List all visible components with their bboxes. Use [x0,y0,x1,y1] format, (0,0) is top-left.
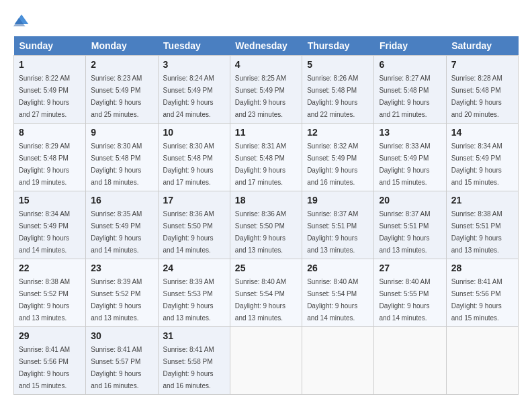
calendar-day-12: 12 Sunrise: 8:32 AM Sunset: 5:49 PM Dayl… [302,124,374,191]
calendar-week-row-1: 1 Sunrise: 8:22 AM Sunset: 5:49 PM Dayli… [14,56,519,124]
calendar-day-11: 11 Sunrise: 8:31 AM Sunset: 5:48 PM Dayl… [230,124,302,191]
day-number: 25 [235,263,297,273]
day-number: 16 [91,195,152,205]
day-info: Sunrise: 8:41 AM Sunset: 5:57 PM Dayligh… [91,346,142,390]
day-info: Sunrise: 8:40 AM Sunset: 5:54 PM Dayligh… [307,278,358,322]
calendar-day-16: 16 Sunrise: 8:35 AM Sunset: 5:49 PM Dayl… [86,191,158,259]
day-info: Sunrise: 8:32 AM Sunset: 5:49 PM Dayligh… [307,142,358,186]
day-info: Sunrise: 8:35 AM Sunset: 5:49 PM Dayligh… [91,210,142,254]
day-number: 10 [163,127,225,138]
calendar-day-14: 14 Sunrise: 8:34 AM Sunset: 5:49 PM Dayl… [446,124,518,191]
day-info: Sunrise: 8:22 AM Sunset: 5:49 PM Dayligh… [19,75,70,118]
calendar-day-20: 20 Sunrise: 8:37 AM Sunset: 5:51 PM Dayl… [374,191,446,259]
day-info: Sunrise: 8:30 AM Sunset: 5:48 PM Dayligh… [91,142,142,186]
day-number: 4 [235,59,297,70]
day-number: 31 [163,330,225,341]
day-number: 28 [451,263,513,273]
calendar-day-18: 18 Sunrise: 8:36 AM Sunset: 5:50 PM Dayl… [230,191,302,259]
day-info: Sunrise: 8:41 AM Sunset: 5:56 PM Dayligh… [19,346,70,390]
day-info: Sunrise: 8:39 AM Sunset: 5:52 PM Dayligh… [91,278,142,322]
calendar-day-3: 3 Sunrise: 8:24 AM Sunset: 5:49 PM Dayli… [158,56,230,124]
logo-icon [13,13,30,30]
day-number: 2 [91,59,152,70]
day-number: 3 [163,59,225,70]
day-info: Sunrise: 8:28 AM Sunset: 5:48 PM Dayligh… [451,75,502,118]
day-number: 6 [379,59,441,70]
calendar-day-9: 9 Sunrise: 8:30 AM Sunset: 5:48 PM Dayli… [86,124,158,191]
day-info: Sunrise: 8:36 AM Sunset: 5:50 PM Dayligh… [163,210,214,254]
day-number: 8 [19,127,81,138]
day-info: Sunrise: 8:24 AM Sunset: 5:49 PM Dayligh… [163,75,214,118]
day-info: Sunrise: 8:31 AM Sunset: 5:48 PM Dayligh… [235,142,286,186]
day-number: 26 [307,263,369,273]
day-number: 15 [19,195,81,205]
calendar-day-7: 7 Sunrise: 8:28 AM Sunset: 5:48 PM Dayli… [446,56,518,124]
calendar-day-21: 21 Sunrise: 8:38 AM Sunset: 5:51 PM Dayl… [446,191,518,259]
calendar-day-19: 19 Sunrise: 8:37 AM Sunset: 5:51 PM Dayl… [302,191,374,259]
calendar-week-row-2: 8 Sunrise: 8:29 AM Sunset: 5:48 PM Dayli… [14,124,519,191]
day-number: 11 [235,127,297,138]
day-info: Sunrise: 8:38 AM Sunset: 5:51 PM Dayligh… [451,210,502,254]
calendar-header-saturday: Saturday [446,36,518,56]
day-info: Sunrise: 8:34 AM Sunset: 5:49 PM Dayligh… [451,142,502,186]
day-number: 13 [379,127,441,138]
day-info: Sunrise: 8:34 AM Sunset: 5:49 PM Dayligh… [19,210,70,254]
calendar-day-13: 13 Sunrise: 8:33 AM Sunset: 5:49 PM Dayl… [374,124,446,191]
calendar-day-10: 10 Sunrise: 8:30 AM Sunset: 5:48 PM Dayl… [158,124,230,191]
day-info: Sunrise: 8:40 AM Sunset: 5:55 PM Dayligh… [379,278,430,322]
calendar-day-24: 24 Sunrise: 8:39 AM Sunset: 5:53 PM Dayl… [158,259,230,327]
day-number: 1 [19,59,81,70]
day-number: 21 [451,195,513,205]
day-number: 22 [19,263,81,273]
calendar-header-monday: Monday [86,36,158,56]
day-number: 23 [91,263,152,273]
day-info: Sunrise: 8:23 AM Sunset: 5:49 PM Dayligh… [91,75,142,118]
day-number: 9 [91,127,152,138]
calendar-day-31: 31 Sunrise: 8:41 AM Sunset: 5:58 PM Dayl… [158,327,230,395]
calendar-week-row-4: 22 Sunrise: 8:38 AM Sunset: 5:52 PM Dayl… [14,259,519,327]
day-number: 30 [91,330,152,341]
calendar-day-17: 17 Sunrise: 8:36 AM Sunset: 5:50 PM Dayl… [158,191,230,259]
day-number: 18 [235,195,297,205]
calendar-day-22: 22 Sunrise: 8:38 AM Sunset: 5:52 PM Dayl… [14,259,86,327]
day-number: 20 [379,195,441,205]
day-info: Sunrise: 8:41 AM Sunset: 5:56 PM Dayligh… [451,278,502,322]
calendar-header-friday: Friday [374,36,446,56]
calendar-header-sunday: Sunday [14,36,86,56]
day-info: Sunrise: 8:25 AM Sunset: 5:49 PM Dayligh… [235,75,286,118]
calendar-header-thursday: Thursday [302,36,374,56]
calendar-day-28: 28 Sunrise: 8:41 AM Sunset: 5:56 PM Dayl… [446,259,518,327]
calendar-week-row-3: 15 Sunrise: 8:34 AM Sunset: 5:49 PM Dayl… [14,191,519,259]
day-info: Sunrise: 8:40 AM Sunset: 5:54 PM Dayligh… [235,278,286,322]
day-info: Sunrise: 8:37 AM Sunset: 5:51 PM Dayligh… [379,210,430,254]
day-number: 14 [451,127,513,138]
calendar-day-15: 15 Sunrise: 8:34 AM Sunset: 5:49 PM Dayl… [14,191,86,259]
day-number: 17 [163,195,225,205]
day-info: Sunrise: 8:37 AM Sunset: 5:51 PM Dayligh… [307,210,358,254]
calendar-day-30: 30 Sunrise: 8:41 AM Sunset: 5:57 PM Dayl… [86,327,158,395]
day-number: 7 [451,59,513,70]
day-number: 24 [163,263,225,273]
calendar-table: SundayMondayTuesdayWednesdayThursdayFrid… [13,36,519,395]
calendar-header-tuesday: Tuesday [158,36,230,56]
day-number: 27 [379,263,441,273]
calendar-header-row: SundayMondayTuesdayWednesdayThursdayFrid… [14,36,519,56]
day-info: Sunrise: 8:27 AM Sunset: 5:48 PM Dayligh… [379,75,430,118]
logo [13,13,32,30]
empty-cell [374,327,446,395]
day-info: Sunrise: 8:41 AM Sunset: 5:58 PM Dayligh… [163,346,214,390]
calendar-day-2: 2 Sunrise: 8:23 AM Sunset: 5:49 PM Dayli… [86,56,158,124]
calendar-day-6: 6 Sunrise: 8:27 AM Sunset: 5:48 PM Dayli… [374,56,446,124]
day-info: Sunrise: 8:38 AM Sunset: 5:52 PM Dayligh… [19,278,70,322]
empty-cell [302,327,374,395]
empty-cell [230,327,302,395]
empty-cell [446,327,518,395]
calendar-day-4: 4 Sunrise: 8:25 AM Sunset: 5:49 PM Dayli… [230,56,302,124]
calendar-day-27: 27 Sunrise: 8:40 AM Sunset: 5:55 PM Dayl… [374,259,446,327]
calendar-day-26: 26 Sunrise: 8:40 AM Sunset: 5:54 PM Dayl… [302,259,374,327]
calendar-day-5: 5 Sunrise: 8:26 AM Sunset: 5:48 PM Dayli… [302,56,374,124]
calendar-day-29: 29 Sunrise: 8:41 AM Sunset: 5:56 PM Dayl… [14,327,86,395]
day-info: Sunrise: 8:29 AM Sunset: 5:48 PM Dayligh… [19,142,70,186]
day-info: Sunrise: 8:39 AM Sunset: 5:53 PM Dayligh… [163,278,214,322]
calendar-week-row-5: 29 Sunrise: 8:41 AM Sunset: 5:56 PM Dayl… [14,327,519,395]
